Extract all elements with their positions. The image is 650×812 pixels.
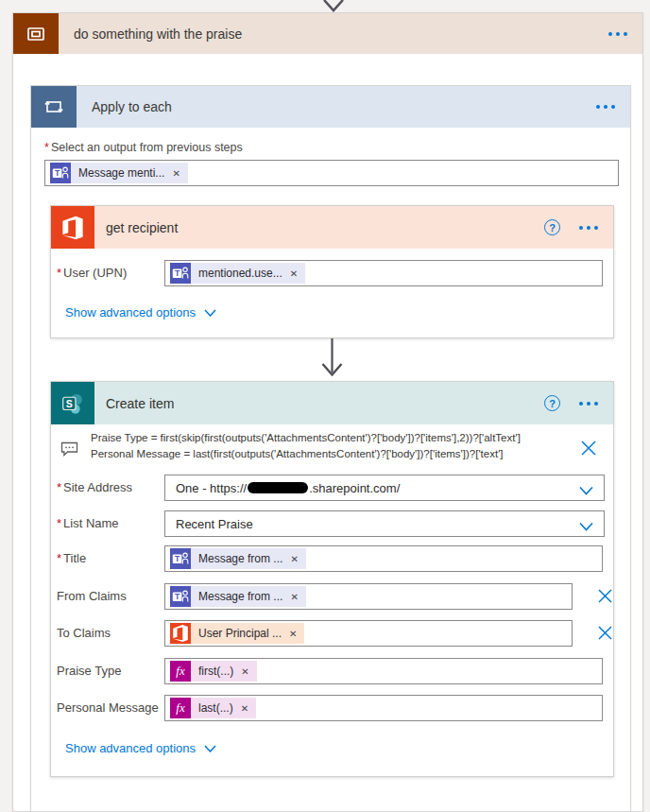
svg-text:T: T	[175, 268, 180, 278]
token-label: Message from ...	[198, 552, 282, 565]
list-name-row: *List Name Recent Praise	[51, 510, 613, 537]
chevron-down-icon	[579, 520, 593, 534]
office365-icon	[170, 623, 191, 644]
svg-text:T: T	[55, 168, 60, 178]
create-item-card: S Create item ? Praise Typ	[50, 381, 614, 777]
required-asterisk: *	[44, 141, 49, 154]
token-user-principal[interactable]: User Principal ... ✕	[170, 623, 304, 644]
create-advanced-options-link[interactable]: Show advanced options	[65, 741, 216, 755]
scope-do-something-with-praise: do something with the praise Apply to ea…	[12, 12, 643, 812]
user-upn-input[interactable]: T mentioned.use... ✕	[164, 260, 603, 286]
token-label: mentioned.use...	[198, 267, 282, 280]
recipient-advanced-options-link[interactable]: Show advanced options	[65, 305, 216, 320]
title-label: *Title	[57, 545, 86, 572]
recipient-more-options-icon[interactable]	[579, 226, 598, 230]
user-upn-row: *User (UPN) T mention	[51, 260, 613, 286]
token-expression-first[interactable]: fx first(...) ✕	[170, 661, 257, 682]
token-message-from[interactable]: T Message from ... ✕	[170, 548, 306, 569]
token-remove-icon[interactable]: ✕	[289, 629, 297, 639]
personal-message-input[interactable]: fx last(...) ✕	[164, 695, 603, 721]
personal-message-label: Personal Message	[57, 695, 159, 721]
to-claims-row: To Claims User Principal ... ✕	[51, 620, 613, 647]
to-claims-input[interactable]: User Principal ... ✕	[164, 620, 573, 647]
token-remove-icon[interactable]: ✕	[241, 703, 248, 714]
scope-icon	[13, 13, 59, 54]
apply-to-each-header[interactable]: Apply to each	[31, 86, 630, 128]
dismiss-note-icon[interactable]	[580, 440, 597, 460]
help-icon[interactable]: ?	[544, 219, 560, 235]
token-message-from[interactable]: T Message from ... ✕	[170, 586, 306, 607]
token-remove-icon[interactable]: ✕	[290, 554, 298, 564]
svg-text:T: T	[175, 554, 180, 563]
list-name-dropdown[interactable]: Recent Praise	[164, 510, 605, 537]
token-label: User Principal ...	[198, 627, 282, 640]
token-message-mentions[interactable]: T Message menti... ✕	[50, 163, 188, 183]
teams-icon: T	[170, 548, 191, 569]
get-recipient-header[interactable]: get recipient ?	[51, 206, 613, 249]
praise-type-row: Praise Type fx first(...) ✕	[51, 658, 613, 684]
token-label: last(...)	[198, 701, 233, 715]
list-name-label: *List Name	[57, 510, 119, 537]
create-item-title: Create item	[106, 396, 174, 411]
praise-type-input[interactable]: fx first(...) ✕	[164, 658, 603, 684]
from-claims-row: From Claims T Message	[51, 583, 613, 610]
token-remove-icon[interactable]: ✕	[290, 268, 298, 279]
site-address-row: *Site Address One - https://.sharepoint.…	[51, 475, 613, 501]
svg-text:T: T	[175, 592, 180, 601]
clear-field-icon[interactable]	[597, 625, 613, 645]
praise-type-label: Praise Type	[57, 658, 121, 684]
loop-icon	[31, 86, 77, 128]
apply-to-each-title: Apply to each	[92, 99, 172, 114]
token-remove-icon[interactable]: ✕	[290, 592, 298, 602]
chevron-down-icon	[204, 305, 216, 320]
get-recipient-card: get recipient ? *User (UPN) T	[50, 205, 614, 338]
title-input[interactable]: T Message from ... ✕	[164, 545, 603, 572]
token-remove-icon[interactable]: ✕	[172, 168, 180, 179]
chevron-down-icon	[204, 741, 216, 755]
token-remove-icon[interactable]: ✕	[241, 666, 248, 677]
title-row: *Title T Message from	[51, 545, 613, 572]
sharepoint-icon: S	[51, 382, 94, 424]
token-label: Message menti...	[78, 166, 164, 180]
office365-users-icon	[51, 206, 94, 249]
apply-to-each-container: Apply to each *Select an output from pre…	[30, 85, 631, 812]
comment-icon	[60, 441, 78, 462]
redaction-mark	[248, 482, 308, 493]
teams-icon: T	[50, 163, 71, 183]
output-select-label: *Select an output from previous steps	[44, 141, 243, 154]
token-label: first(...)	[198, 665, 233, 678]
create-item-header[interactable]: S Create item ?	[51, 382, 613, 424]
to-claims-label: To Claims	[57, 620, 111, 647]
token-mentioned-user[interactable]: T mentioned.use... ✕	[170, 263, 305, 284]
clear-field-icon[interactable]	[597, 588, 613, 608]
teams-icon: T	[170, 263, 191, 284]
token-label: Message from ...	[198, 590, 282, 603]
action-note: Praise Type = first(skip(first(outputs('…	[60, 430, 579, 462]
expression-fx-icon: fx	[170, 661, 191, 682]
from-claims-input[interactable]: T Message from ... ✕	[164, 583, 573, 610]
teams-icon: T	[170, 586, 191, 607]
help-icon[interactable]: ?	[544, 395, 560, 411]
user-upn-label: *User (UPN)	[57, 260, 127, 286]
output-select-input[interactable]: T Message menti... ✕	[44, 160, 619, 186]
scope-header[interactable]: do something with the praise	[13, 13, 642, 54]
scope-title: do something with the praise	[74, 26, 242, 42]
token-expression-last[interactable]: fx last(...) ✕	[170, 698, 256, 718]
scope-more-options-icon[interactable]	[608, 32, 627, 36]
connector-arrow-icon	[318, 338, 346, 382]
note-text: Praise Type = first(skip(first(outputs('…	[91, 430, 521, 462]
from-claims-label: From Claims	[57, 583, 127, 610]
create-more-options-icon[interactable]	[579, 402, 598, 406]
chevron-down-icon	[579, 484, 593, 498]
apply-more-options-icon[interactable]	[596, 105, 615, 109]
site-address-dropdown[interactable]: One - https://.sharepoint.com/	[164, 475, 605, 501]
personal-message-row: Personal Message fx last(...) ✕	[51, 695, 613, 721]
expression-fx-icon: fx	[170, 698, 191, 718]
svg-text:S: S	[66, 398, 73, 409]
get-recipient-title: get recipient	[106, 220, 178, 235]
site-address-label: *Site Address	[57, 475, 132, 501]
